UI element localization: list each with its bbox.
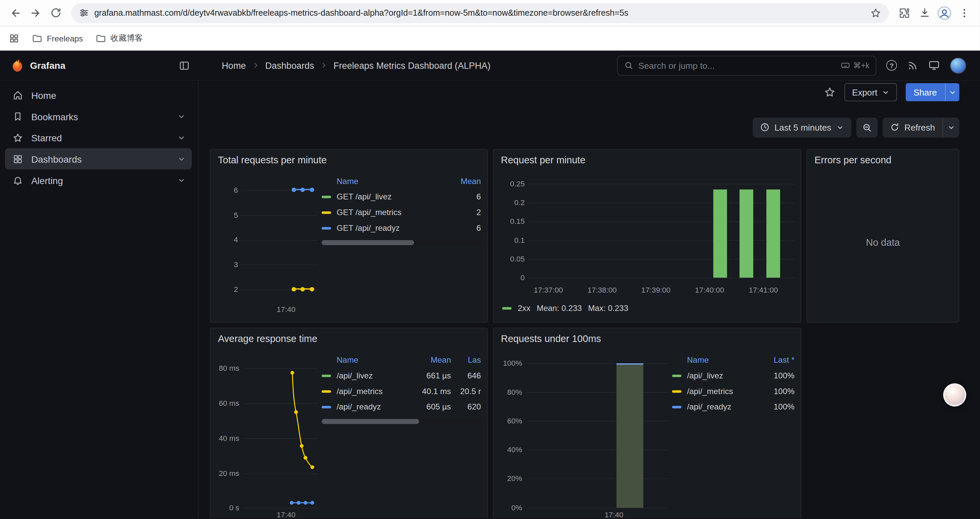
panel-title[interactable]: Total requests per minute <box>217 153 481 168</box>
refresh-button[interactable]: Refresh <box>883 117 943 137</box>
zoom-out-button[interactable] <box>856 117 878 137</box>
user-avatar[interactable] <box>950 57 966 73</box>
panel-title[interactable]: Errors per second <box>813 153 953 168</box>
legend-row[interactable]: /api/_readyz 605 µs 620 <box>321 399 480 415</box>
legend-row[interactable]: /api/_readyz 100% <box>672 399 795 415</box>
series-name[interactable]: /api/_metrics <box>337 386 410 396</box>
series-name[interactable]: /api/_livez <box>687 371 759 380</box>
series-name[interactable]: GET /api/_readyz <box>337 223 448 232</box>
browser-profile-button[interactable] <box>935 3 954 22</box>
bar-2xx[interactable] <box>766 189 780 278</box>
bookmark-item-freeleaps[interactable]: Freeleaps <box>32 33 83 43</box>
sidebar-item-home[interactable]: Home <box>5 85 192 106</box>
legend-row[interactable]: /api/_metrics 40.1 ms 20.5 r <box>321 383 480 399</box>
chevron-down-icon[interactable] <box>177 155 185 163</box>
series-name[interactable]: 2xx <box>518 303 530 313</box>
sidebar-item-bookmarks[interactable]: Bookmarks <box>5 105 192 127</box>
y-tick: 3 <box>213 260 238 269</box>
time-range-picker[interactable]: Last 5 minutes <box>752 117 851 137</box>
breadcrumb-home[interactable]: Home <box>222 61 246 70</box>
sidebar-item-dashboards[interactable]: Dashboards <box>5 148 192 170</box>
legend-row[interactable]: GET /api/_livez 6 <box>321 189 480 204</box>
search-input[interactable] <box>638 61 836 70</box>
legend-header-name[interactable]: Name <box>337 355 410 365</box>
panel-title[interactable]: Average response time <box>217 332 481 347</box>
sidebar-item-alerting[interactable]: Alerting <box>5 169 192 191</box>
url-bar[interactable]: grafana.mathmast.com/d/deytv4rwavabkb/fr… <box>71 3 889 23</box>
chevron-down-icon[interactable] <box>177 134 185 142</box>
reload-button[interactable] <box>46 3 65 22</box>
site-settings-icon[interactable] <box>79 7 89 18</box>
help-icon[interactable]: ? <box>886 60 897 71</box>
news-rss-icon[interactable] <box>907 60 918 71</box>
series-name[interactable]: /api/_readyz <box>337 402 410 412</box>
bookmark-item-blog[interactable]: 收藏博客 <box>95 32 143 44</box>
scrollbar-thumb[interactable] <box>321 419 418 424</box>
refresh-interval-button[interactable] <box>943 117 960 137</box>
legend-header-name[interactable]: Name <box>687 355 759 365</box>
empty-grid-cell <box>806 327 959 518</box>
breadcrumb-dashboards[interactable]: Dashboards <box>265 61 314 70</box>
refresh-split-button: Refresh <box>883 117 959 137</box>
x-tick: 17:40:00 <box>695 286 724 295</box>
chevron-down-icon[interactable] <box>177 176 185 184</box>
y-tick: 0.15 <box>500 217 525 226</box>
browser-menu-button[interactable] <box>955 3 974 22</box>
export-button[interactable]: Export <box>845 83 897 101</box>
legend-row[interactable]: GET /api/_metrics 2 <box>321 204 480 220</box>
y-tick: 0.1 <box>500 236 525 244</box>
legend-header-mean[interactable]: Mean <box>448 176 480 186</box>
extensions-button[interactable] <box>895 3 914 22</box>
sidebar-toggle-button[interactable] <box>179 60 190 71</box>
grafana-topnav: Grafana Home Dashboards Freeleaps Metric… <box>0 51 980 81</box>
legend-table: Name Mean Las /api/_livez 661 µs 646 <box>321 347 480 516</box>
series-name[interactable]: /api/_metrics <box>687 386 759 396</box>
breadcrumb: Home Dashboards Freeleaps Metrics Dashbo… <box>199 61 490 70</box>
horizontal-scrollbar[interactable] <box>321 419 480 424</box>
downloads-button[interactable] <box>915 3 934 22</box>
legend-header-name[interactable]: Name <box>337 176 448 186</box>
favorite-star-icon[interactable] <box>824 86 836 98</box>
legend-header-last[interactable]: Las <box>451 355 481 365</box>
legend-inline[interactable]: 2xx Mean: 0.233 Max: 0.233 <box>500 303 795 313</box>
search-box[interactable]: ⌘+k <box>617 56 876 75</box>
bar-2xx[interactable] <box>713 189 727 278</box>
panel-title[interactable]: Requests under 100ms <box>500 332 795 347</box>
series-name[interactable]: GET /api/_livez <box>337 192 448 201</box>
share-button[interactable]: Share <box>905 83 945 101</box>
legend-header-last[interactable]: Last * <box>759 355 795 365</box>
app-body: Home Bookmarks Starred Dashboards <box>0 81 980 519</box>
legend-row[interactable]: /api/_metrics 100% <box>672 383 795 399</box>
share-menu-button[interactable] <box>945 83 959 101</box>
x-tick: 17:40 <box>272 305 301 314</box>
floating-assistant-avatar[interactable] <box>943 383 966 406</box>
apps-grid-icon[interactable] <box>9 33 19 43</box>
bookmark-star-icon[interactable] <box>870 7 881 19</box>
series-name[interactable]: GET /api/_metrics <box>337 208 448 217</box>
horizontal-scrollbar[interactable] <box>321 240 480 245</box>
avg-response-chart: 80 ms 60 ms 40 ms 20 ms 0 s <box>217 347 322 516</box>
panel-title[interactable]: Request per minute <box>500 153 795 168</box>
home-icon <box>12 90 23 101</box>
legend-row[interactable]: /api/_livez 100% <box>672 368 795 383</box>
grafana-logo[interactable] <box>10 58 24 72</box>
gridline <box>528 222 795 222</box>
series-last: 100% <box>759 402 795 412</box>
sidebar-item-starred[interactable]: Starred <box>5 127 192 148</box>
back-button[interactable] <box>6 3 25 22</box>
legend-header-mean[interactable]: Mean <box>410 355 451 365</box>
legend-row[interactable]: /api/_livez 661 µs 646 <box>321 368 480 383</box>
series-name[interactable]: /api/_livez <box>337 371 410 380</box>
series-mean: 661 µs <box>410 371 451 380</box>
download-icon <box>919 7 931 19</box>
y-tick: 0 <box>500 273 525 282</box>
series-line-readyz <box>291 189 314 190</box>
monitor-icon[interactable] <box>928 59 940 72</box>
chevron-down-icon[interactable] <box>177 112 185 120</box>
series-name[interactable]: /api/_readyz <box>687 402 759 412</box>
scrollbar-thumb[interactable] <box>321 240 414 245</box>
bar-2xx[interactable] <box>740 189 754 278</box>
forward-button[interactable] <box>26 3 45 22</box>
bar-under-100ms[interactable] <box>616 363 643 508</box>
legend-row[interactable]: GET /api/_readyz 6 <box>321 220 480 236</box>
